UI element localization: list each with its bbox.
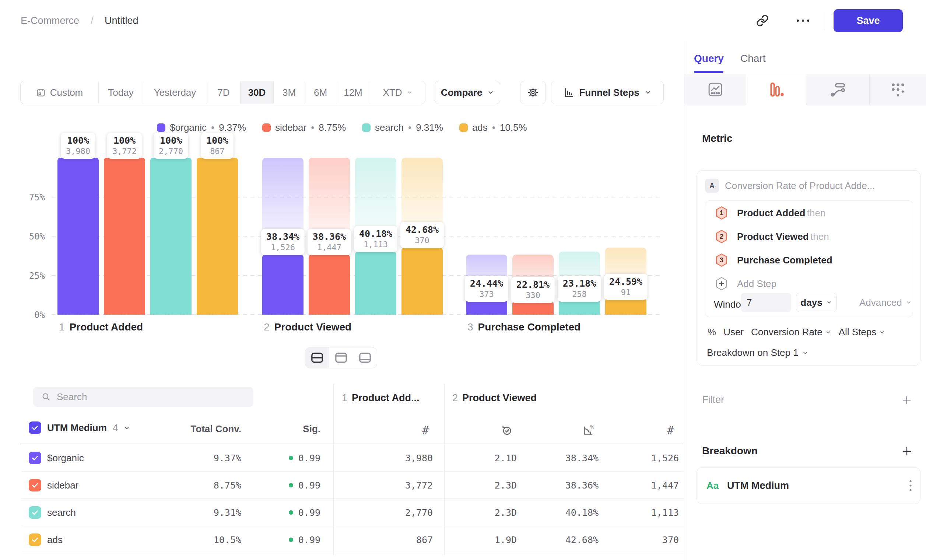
- value-count: 2,770: [159, 147, 183, 156]
- count-icon[interactable]: #: [418, 423, 433, 438]
- more-menu-button[interactable]: [793, 10, 813, 31]
- top-panel-icon: [335, 352, 347, 363]
- metric-letter-badge: A: [705, 179, 719, 193]
- funnel-bar[interactable]: [262, 254, 304, 315]
- row-step2-conv: 38.36%: [517, 472, 599, 499]
- value-percent: 100%: [112, 135, 137, 146]
- add-breakdown-button[interactable]: [900, 445, 914, 458]
- row-step2-avg-time: 2.3D: [436, 499, 517, 526]
- chart-type-dots-tab[interactable]: [870, 74, 926, 105]
- chart-type-funnel-tab[interactable]: [746, 74, 806, 105]
- breadcrumb-separator: /: [91, 0, 94, 41]
- query-panel: Query Chart: [684, 41, 926, 560]
- tab-query[interactable]: Query: [694, 50, 724, 67]
- breakdown-property-card[interactable]: Aa UTM Medium: [696, 467, 920, 504]
- funnel-bar[interactable]: [466, 300, 507, 315]
- metric-heading: Metric: [702, 133, 732, 144]
- group-by-header[interactable]: UTM Medium 4: [29, 421, 130, 434]
- breadcrumb-page-title[interactable]: Untitled: [104, 0, 139, 41]
- layout-split-button[interactable]: [306, 347, 329, 368]
- row-name: ads: [47, 526, 143, 553]
- filter-heading: Filter: [702, 394, 724, 406]
- advanced-toggle[interactable]: Advanced: [859, 293, 912, 312]
- row-step2-count: 1,113: [598, 499, 679, 526]
- breadcrumb-section[interactable]: E-Commerce: [21, 0, 79, 41]
- funnel-bar[interactable]: [197, 158, 238, 315]
- row-step1-count: 3,772: [352, 472, 433, 499]
- sig-column-header[interactable]: Sig.: [254, 421, 321, 436]
- chart-type-line-tab[interactable]: [684, 74, 746, 105]
- funnel-bars-icon: [768, 82, 784, 98]
- metric-title[interactable]: Conversion Rate of Product Adde...: [725, 179, 875, 193]
- add-step-hexagon-icon: [715, 277, 728, 291]
- funnel-step-label: 1Product Added: [59, 321, 143, 333]
- funnel-bar[interactable]: [605, 298, 646, 315]
- step-label-name: Product Viewed: [274, 321, 352, 333]
- row-checkbox[interactable]: [29, 506, 41, 519]
- conversion-icon[interactable]: %: [581, 423, 596, 438]
- count-icon[interactable]: #: [663, 423, 678, 438]
- row-checkbox[interactable]: [29, 452, 41, 464]
- table-row[interactable]: search9.31%0.992,7702.3D40.18%1,113: [0, 499, 684, 526]
- funnel-steps-card: 1 Product Added then 2 Product Viewed th…: [705, 200, 913, 317]
- window-value-input[interactable]: [741, 293, 791, 312]
- chart-type-strip: [684, 74, 926, 105]
- funnel-step-label: 2Product Viewed: [264, 321, 351, 333]
- funnel-value-label: 100%867: [201, 133, 233, 159]
- add-filter-button[interactable]: [900, 394, 914, 407]
- breakdown-on-dropdown[interactable]: Breakdown on Step 1: [707, 347, 808, 359]
- funnel-bar[interactable]: [512, 301, 554, 315]
- kebab-menu-icon[interactable]: [904, 477, 917, 494]
- funnel-bar[interactable]: [150, 158, 192, 315]
- table-row[interactable]: sidebar8.75%0.993,7722.3D38.36%1,447: [0, 472, 684, 499]
- avg-time-icon[interactable]: [499, 423, 514, 438]
- group-count: 4: [113, 422, 118, 434]
- save-button[interactable]: Save: [834, 9, 903, 32]
- y-axis-tick: 0%: [19, 310, 45, 320]
- funnel-step-label: 3Purchase Completed: [468, 321, 581, 333]
- measure-actor[interactable]: User: [723, 327, 744, 338]
- row-sig: 0.99: [254, 472, 321, 499]
- link-icon: [756, 14, 769, 27]
- row-step2-count: 370: [598, 526, 679, 553]
- split-view-icon: [311, 352, 324, 363]
- table-row[interactable]: ads10.5%0.998671.9D42.68%370: [0, 526, 684, 553]
- add-step-button[interactable]: Add Step: [715, 277, 776, 291]
- row-name: search: [47, 499, 143, 526]
- funnel-bar[interactable]: [559, 300, 600, 315]
- table-row[interactable]: $organic9.37%0.993,9802.1D38.34%1,526: [0, 444, 684, 472]
- sig-dot: [289, 456, 293, 460]
- value-count: 258: [563, 289, 596, 299]
- layout-table-only-button[interactable]: [353, 347, 377, 368]
- step-number-badge: 3: [715, 253, 728, 267]
- row-sig: 0.99: [254, 499, 321, 526]
- value-percent: 24.59%: [609, 276, 642, 287]
- measure-scope-dropdown[interactable]: All Steps: [839, 327, 885, 338]
- step-row-3[interactable]: 3 Purchase Completed: [715, 253, 832, 267]
- layout-chart-only-button[interactable]: [329, 347, 353, 368]
- breakdown-table: 1 Product Add... 2 Product Viewed UTM Me…: [0, 357, 684, 560]
- row-checkbox[interactable]: [29, 479, 41, 492]
- search-input[interactable]: [57, 391, 233, 403]
- table-step1-header: 1 Product Add...: [342, 392, 419, 404]
- share-link-button[interactable]: [752, 10, 773, 31]
- funnel-bar[interactable]: [401, 248, 443, 315]
- funnel-bar[interactable]: [57, 158, 99, 315]
- step-row-1[interactable]: 1 Product Added then: [715, 206, 825, 220]
- total-conv-column-header[interactable]: Total Conv.: [155, 421, 241, 436]
- step-row-2[interactable]: 2 Product Viewed then: [715, 230, 829, 244]
- step-label-number: 2: [264, 321, 269, 333]
- select-all-checkbox[interactable]: [29, 421, 41, 434]
- funnel-bar[interactable]: [309, 254, 350, 315]
- chevron-down-icon: [906, 300, 912, 306]
- string-property-icon: Aa: [707, 480, 719, 492]
- funnel-value-label: 38.34%1,526: [261, 229, 305, 255]
- chart-type-flow-tab[interactable]: [806, 74, 870, 105]
- row-checkbox[interactable]: [29, 533, 41, 546]
- tab-chart[interactable]: Chart: [740, 50, 766, 67]
- funnel-bar[interactable]: [355, 252, 396, 315]
- value-percent: 38.34%: [266, 232, 300, 242]
- measure-metric-dropdown[interactable]: Conversion Rate: [751, 327, 831, 338]
- window-unit-select[interactable]: days: [796, 293, 837, 312]
- funnel-bar[interactable]: [104, 158, 145, 315]
